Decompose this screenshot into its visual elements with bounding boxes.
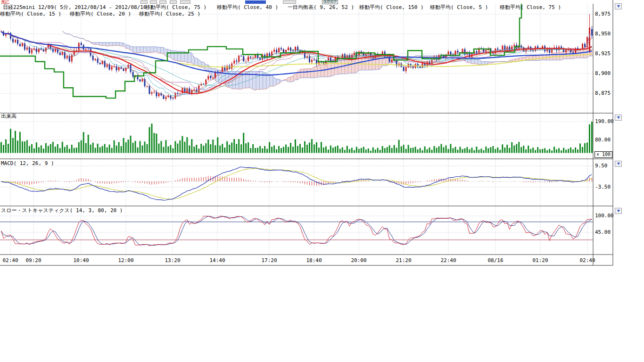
time-axis-label: 13:20 — [165, 257, 180, 263]
time-axis-label: 20:00 — [351, 257, 366, 263]
macd-pane — [1, 167, 592, 200]
stoch-axis-label: 100.00 — [595, 213, 614, 219]
toolbar-button[interactable] — [159, 0, 166, 4]
time-axis-label: 01:20 — [532, 257, 548, 263]
time-axis-label: 02:40 — [579, 257, 595, 263]
volume-axis-label: 80.00 — [595, 137, 611, 143]
price-axis-label: 8,925 — [595, 50, 611, 57]
pane-dropdown-button[interactable] — [615, 115, 622, 121]
time-axis-label: 08/16 — [487, 257, 503, 263]
toolbar-button[interactable] — [150, 0, 157, 4]
price-axis-label: 8,950 — [595, 31, 611, 37]
time-axis-label: 12:00 — [118, 257, 133, 263]
time-axis-label: 22:40 — [440, 257, 456, 263]
chevron-down-icon — [617, 116, 620, 119]
toolbar: 元に 保存実行 — [0, 0, 644, 4]
toolbar-button[interactable] — [283, 0, 296, 4]
time-axis-label: 10:40 — [73, 257, 89, 263]
stoch-axis-label: 45.00 — [595, 229, 611, 235]
time-axis-label: 14:40 — [209, 257, 225, 263]
time-axis-label: 18:40 — [306, 257, 322, 263]
time-axis-label: 17:20 — [261, 257, 277, 263]
stochastics-pane — [0, 216, 593, 246]
legend-item: 一目均衡表( 9, 26, 52 ) — [288, 4, 354, 10]
time-axis-label: 21:20 — [396, 257, 411, 263]
chart-application-window: 元に 保存実行 出来高 MACD( 12, 26, 9 ) スロー・ストキャステ… — [0, 0, 644, 362]
legend-item: 移動平均( Close, 75 ) — [500, 4, 561, 10]
time-axis-label: 02:40 — [2, 257, 18, 263]
volume-axis-label: 190.00 — [595, 118, 614, 124]
macd-axis-label: 9.50 — [595, 163, 608, 169]
legend-item: 移動平均( Close, 75 ) — [145, 4, 206, 10]
volume-multiplier-badge: × 100 — [594, 151, 612, 158]
volume-series — [0, 122, 593, 153]
pane-dropdown-button[interactable] — [615, 208, 622, 214]
pane-dropdown-button[interactable] — [615, 161, 622, 167]
legend-item: 移動平均( Close, 15 ) — [0, 11, 61, 17]
pane-separators — [0, 0, 613, 265]
pane-dropdown-button[interactable] — [615, 3, 622, 9]
price-axis-label: 8,900 — [595, 70, 611, 76]
chevron-down-icon — [617, 5, 620, 8]
legend-item: 移動平均( Close, 40 ) — [217, 4, 278, 10]
legend-item: 日経225mini 12/09( 5分, 2012/08/14 - 2012/0… — [3, 4, 153, 10]
save-run-button[interactable]: 保存実行 — [322, 0, 338, 4]
toolbar-button[interactable] — [180, 0, 190, 4]
undo-button[interactable]: 元に — [1, 0, 9, 4]
legend-item: 移動平均( Close, 25 ) — [139, 11, 200, 17]
toolbar-button[interactable] — [140, 0, 148, 4]
moving-average-lines — [1, 31, 592, 98]
legend-item: 移動平均( Close, 150 ) — [359, 4, 424, 10]
chart-canvas — [0, 0, 622, 269]
volume-pane-label: 出来高 — [1, 113, 17, 119]
chevron-down-icon — [617, 163, 620, 165]
legend-item: 移動平均( Close, 20 ) — [70, 11, 131, 17]
period-dropdown[interactable] — [245, 0, 266, 4]
macd-axis-label: -3.50 — [595, 184, 611, 190]
price-axis-label: 8,875 — [595, 90, 611, 96]
legend-item: 移動平均( Close, 5 ) — [430, 4, 488, 10]
price-axis-label: 8,975 — [595, 11, 611, 17]
macd-pane-label: MACD( 12, 26, 9 ) — [1, 160, 54, 166]
chevron-down-icon — [617, 210, 620, 212]
candlestick-series — [0, 14, 593, 101]
ichimoku-cloud — [62, 31, 622, 90]
stoch-pane-label: スロー・ストキャスティクス( 14, 3, 80, 20 ) — [1, 207, 123, 214]
toolbar-button[interactable] — [170, 0, 177, 4]
time-axis-label: 09:20 — [25, 257, 41, 263]
